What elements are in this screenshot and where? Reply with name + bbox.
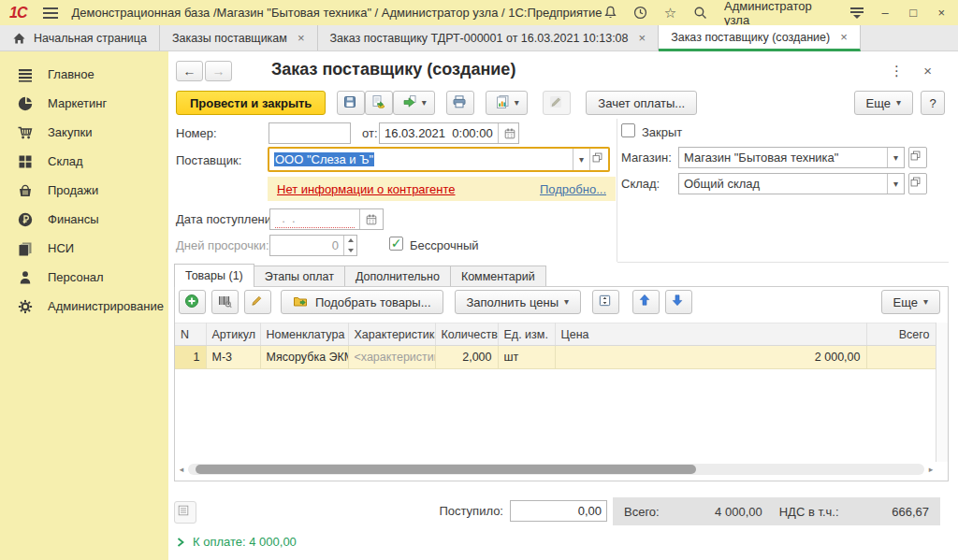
col-total[interactable]: Всего [866,323,936,346]
post-and-close-button[interactable]: Провести и закрыть [176,91,326,115]
barcode-scan-button[interactable] [211,290,239,314]
overdue-days-field[interactable]: 0 [269,235,357,256]
add-row-button[interactable] [179,290,206,314]
tab-comment[interactable]: Комментарий [451,266,546,287]
details-link[interactable]: Подробно... [540,182,606,196]
sidebar-item-masterdata[interactable]: НСИ [0,234,168,263]
reports-button[interactable]: ▾ [486,91,528,115]
col-nomenclature[interactable]: Номенклатура [260,323,348,346]
sidebar-item-sales[interactable]: Продажи [0,176,168,205]
tab-payment-stages[interactable]: Этапы оплат [254,266,345,287]
sidebar-item-marketing[interactable]: Маркетинг [0,89,168,118]
edit-row-button[interactable] [244,290,271,314]
receipt-date-field[interactable]: . . [269,208,384,230]
warning-link[interactable]: Нет информации о контрагенте [277,182,456,196]
vertical-scrollbar[interactable] [936,323,948,462]
sidebar-item-main[interactable]: Главное [0,60,168,89]
main-menu-icon[interactable] [43,7,58,19]
perpetual-checkbox[interactable]: ✓ [389,237,403,251]
move-row-down-button[interactable] [665,290,692,314]
notifications-bell-icon[interactable] [602,5,618,22]
number-input[interactable] [269,122,351,144]
supplier-dropdown-button[interactable]: ▾ [573,149,589,170]
col-article[interactable]: Артикул [206,323,260,346]
scroll-right-icon[interactable]: ▸ [926,465,936,474]
move-row-up-button[interactable] [632,290,660,314]
closed-checkbox[interactable] [621,123,635,137]
store-open-button[interactable] [908,147,927,168]
nav-back-button[interactable]: ← [176,61,203,81]
cell-quantity[interactable]: 2,000 [435,346,498,369]
close-icon[interactable]: × [298,31,305,45]
received-input[interactable]: 0,00 [510,500,607,522]
supplier-combo-field[interactable]: ООО "Слеза и Ъ" ▾ [268,147,610,172]
cell-nomenclature[interactable]: Мясорубка ЭКМ-3 [260,346,348,369]
store-dropdown-button[interactable]: ▾ [887,148,904,167]
cell-n[interactable]: 1 [175,346,206,369]
save-button[interactable] [337,91,365,115]
number-spinner[interactable] [343,236,356,255]
maximize-button[interactable]: □ [907,6,921,20]
close-window-button[interactable]: × [935,6,949,20]
table-row[interactable]: 1 М-3 Мясорубка ЭКМ-3 <характеристики не… [175,346,936,369]
store-combo-field[interactable]: Магазин "Бытовая техника" ▾ [678,147,905,168]
to-pay-expander[interactable]: К оплате: 4 000,00 [176,535,297,549]
tab-supplier-order-posted[interactable]: Заказ поставщику ТДРТ-000001 от 16.03.20… [318,25,660,50]
tab-supplier-order-new[interactable]: Заказ поставщику (создание) × [659,25,861,51]
pick-goods-button[interactable]: Подобрать товары... [281,290,443,314]
tab-supplier-orders-list[interactable]: Заказы поставщикам × [160,25,318,50]
document-date-field[interactable]: 16.03.2021 0:00:00 [379,122,519,144]
cell-unit[interactable]: шт [498,346,555,369]
cell-characteristic[interactable]: <характеристики не и... [348,346,435,369]
sidebar-item-warehouse[interactable]: Склад [0,147,168,176]
panel-settings-icon[interactable] [850,7,864,19]
nav-forward-button[interactable]: → [205,61,232,81]
tab-home[interactable]: Начальная страница [0,25,160,50]
edit-button[interactable] [543,91,571,115]
summary-toggle-button[interactable] [174,501,196,524]
col-price[interactable]: Цена [555,323,866,346]
history-clock-icon[interactable] [632,5,648,22]
kebab-menu-icon[interactable]: ⋮ [890,63,904,79]
sidebar-item-finance[interactable]: Финансы [0,205,168,234]
fill-prices-button[interactable]: Заполнить цены ▾ [455,290,582,314]
create-based-on-button[interactable]: ▾ [393,91,435,115]
offset-payment-button[interactable]: Зачет оплаты... [586,91,697,115]
close-form-icon[interactable]: × [923,63,932,79]
tab-additional[interactable]: Дополнительно [345,266,451,287]
col-characteristic[interactable]: Характеристика [348,323,435,346]
close-icon[interactable]: × [639,31,646,45]
minimize-button[interactable]: – [878,6,892,20]
scrollbar-track[interactable] [188,464,924,475]
warehouse-open-button[interactable] [908,173,927,194]
sidebar-item-personnel[interactable]: Персонал [0,263,168,292]
current-user-label[interactable]: Администратор узла [724,0,835,27]
scroll-left-icon[interactable]: ◂ [177,465,186,474]
calendar-icon[interactable] [498,123,521,143]
fit-rows-button[interactable] [592,290,619,314]
supplier-open-button[interactable] [589,149,608,170]
calendar-icon[interactable] [359,209,383,229]
cell-article[interactable]: М-3 [206,346,260,369]
cell-total[interactable] [866,346,936,369]
horizontal-scrollbar[interactable]: ◂ ▸ [177,463,936,476]
col-quantity[interactable]: Количество [435,323,498,346]
print-button[interactable] [446,91,474,115]
titlebar: 1С Демонстрационная база /Магазин "Бытов… [0,0,958,25]
post-document-button[interactable] [365,91,393,115]
scrollbar-thumb[interactable] [196,465,696,474]
close-icon[interactable]: × [840,30,848,44]
items-more-button[interactable]: Еще▾ [881,290,940,314]
col-n[interactable]: N [175,323,206,346]
sidebar-item-purchases[interactable]: Закупки [0,118,168,147]
warehouse-dropdown-button[interactable]: ▾ [887,174,904,194]
cell-price[interactable]: 2 000,00 [555,346,866,369]
more-actions-button[interactable]: Еще▾ [854,91,913,115]
tab-goods[interactable]: Товары (1) [174,264,254,287]
warehouse-combo-field[interactable]: Общий склад ▾ [678,173,905,194]
help-button[interactable]: ? [921,91,945,115]
favorites-star-icon[interactable]: ☆ [662,5,678,22]
sidebar-item-administration[interactable]: Администрирование [0,292,168,321]
col-unit[interactable]: Ед. изм. [498,323,555,346]
search-icon[interactable] [692,5,708,22]
